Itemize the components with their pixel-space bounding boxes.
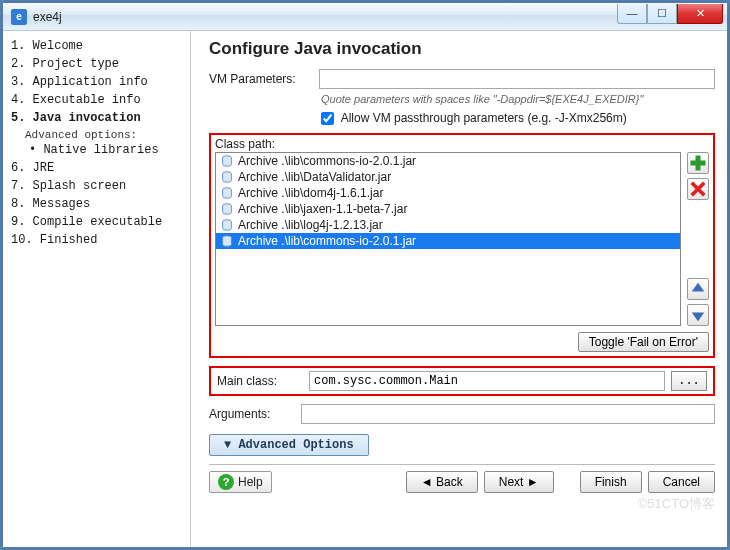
page-title: Configure Java invocation <box>209 39 715 59</box>
sidebar-native-libraries[interactable]: Native libraries <box>29 141 190 159</box>
finish-button[interactable]: Finish <box>580 471 642 493</box>
sidebar-step-10[interactable]: 10. Finished <box>11 231 190 249</box>
watermark: ©51CTO博客 <box>638 495 715 513</box>
archive-icon <box>220 202 234 216</box>
classpath-item-text: Archive .\lib\commons-io-2.0.1.jar <box>238 154 416 168</box>
sidebar-step-8[interactable]: 8. Messages <box>11 195 190 213</box>
archive-icon <box>220 154 234 168</box>
sidebar: 1. Welcome2. Project type3. Application … <box>3 31 191 547</box>
add-classpath-button[interactable] <box>687 152 709 174</box>
archive-icon <box>220 218 234 232</box>
arguments-input[interactable] <box>301 404 715 424</box>
vm-parameters-input[interactable] <box>319 69 715 89</box>
sidebar-step-2[interactable]: 2. Project type <box>11 55 190 73</box>
close-button[interactable]: ✕ <box>677 4 723 24</box>
main-class-label: Main class: <box>217 374 303 388</box>
cancel-button[interactable]: Cancel <box>648 471 715 493</box>
app-icon: e <box>11 9 27 25</box>
classpath-item-text: Archive .\lib\log4j-1.2.13.jar <box>238 218 383 232</box>
vm-parameters-label: VM Parameters: <box>209 72 313 86</box>
classpath-item[interactable]: Archive .\lib\log4j-1.2.13.jar <box>216 217 680 233</box>
titlebar[interactable]: e exe4j — ☐ ✕ <box>3 3 727 31</box>
footer: ? Help ◄ Back Next ► Finish Cancel <box>209 471 715 493</box>
remove-classpath-button[interactable] <box>687 178 709 200</box>
sidebar-advanced-label: Advanced options: <box>25 129 190 141</box>
sidebar-step-1[interactable]: 1. Welcome <box>11 37 190 55</box>
window-controls: — ☐ ✕ <box>617 4 723 24</box>
sidebar-step-3[interactable]: 3. Application info <box>11 73 190 91</box>
minimize-button[interactable]: — <box>617 4 647 24</box>
classpath-item[interactable]: Archive .\lib\DataValidator.jar <box>216 169 680 185</box>
archive-icon <box>220 186 234 200</box>
app-window: e exe4j — ☐ ✕ 1. Welcome2. Project type3… <box>2 2 728 548</box>
classpath-item[interactable]: Archive .\lib\jaxen-1.1-beta-7.jar <box>216 201 680 217</box>
svg-rect-7 <box>691 161 706 166</box>
next-button[interactable]: Next ► <box>484 471 554 493</box>
quote-hint: Quote parameters with spaces like "-Dapp… <box>321 93 715 105</box>
browse-main-class-button[interactable]: ... <box>671 371 707 391</box>
main-panel: Configure Java invocation VM Parameters:… <box>191 31 727 547</box>
classpath-label: Class path: <box>215 137 709 151</box>
move-down-button[interactable] <box>687 304 709 326</box>
classpath-list[interactable]: Archive .\lib\commons-io-2.0.1.jarArchiv… <box>215 152 681 326</box>
sidebar-step-4[interactable]: 4. Executable info <box>11 91 190 109</box>
sidebar-step-7[interactable]: 7. Splash screen <box>11 177 190 195</box>
maximize-button[interactable]: ☐ <box>647 4 677 24</box>
classpath-item-text: Archive .\lib\jaxen-1.1-beta-7.jar <box>238 202 407 216</box>
advanced-options-button[interactable]: ▼ Advanced Options <box>209 434 369 456</box>
classpath-item[interactable]: Archive .\lib\dom4j-1.6.1.jar <box>216 185 680 201</box>
main-class-input[interactable] <box>309 371 665 391</box>
main-class-highlight: Main class: ... <box>209 366 715 396</box>
help-label: Help <box>238 475 263 489</box>
classpath-item[interactable]: Archive .\lib\commons-io-2.0.1.jar <box>216 153 680 169</box>
classpath-item[interactable]: Archive .\lib\commons-io-2.0.1.jar <box>216 233 680 249</box>
help-icon: ? <box>218 474 234 490</box>
divider <box>209 464 715 465</box>
sidebar-step-6[interactable]: 6. JRE <box>11 159 190 177</box>
allow-passthrough-label: Allow VM passthrough parameters (e.g. -J… <box>341 111 627 125</box>
classpath-highlight: Class path: Archive .\lib\commons-io-2.0… <box>209 133 715 358</box>
archive-icon <box>220 234 234 248</box>
sidebar-step-5[interactable]: 5. Java invocation <box>11 109 190 127</box>
allow-passthrough-checkbox[interactable] <box>321 112 334 125</box>
classpath-item-text: Archive .\lib\dom4j-1.6.1.jar <box>238 186 383 200</box>
move-up-button[interactable] <box>687 278 709 300</box>
classpath-item-text: Archive .\lib\commons-io-2.0.1.jar <box>238 234 416 248</box>
help-button[interactable]: ? Help <box>209 471 272 493</box>
back-button[interactable]: ◄ Back <box>406 471 478 493</box>
window-title: exe4j <box>33 10 62 24</box>
toggle-fail-button[interactable]: Toggle 'Fail on Error' <box>578 332 709 352</box>
classpath-item-text: Archive .\lib\DataValidator.jar <box>238 170 391 184</box>
content-area: 1. Welcome2. Project type3. Application … <box>3 31 727 547</box>
arguments-label: Arguments: <box>209 407 295 421</box>
archive-icon <box>220 170 234 184</box>
sidebar-step-9[interactable]: 9. Compile executable <box>11 213 190 231</box>
